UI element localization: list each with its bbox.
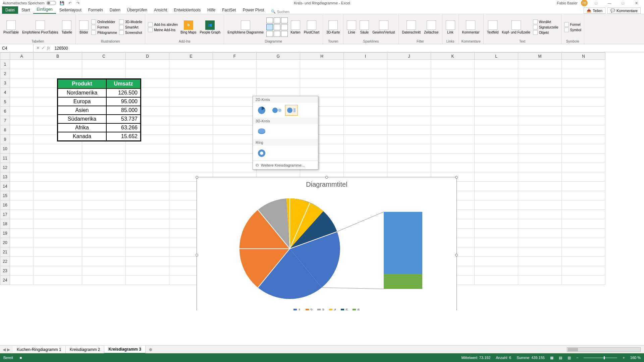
column-header[interactable]: H — [300, 52, 344, 60]
cell[interactable] — [34, 229, 82, 238]
cell[interactable] — [344, 88, 387, 97]
cell[interactable] — [213, 135, 257, 144]
spreadsheet-grid[interactable]: ABCDEFGHIJKLMN 1234567891011121314151617… — [0, 52, 644, 310]
table-cell[interactable]: 85.000 — [106, 106, 141, 115]
cell[interactable] — [169, 69, 213, 78]
row-header[interactable]: 19 — [0, 229, 10, 238]
chart-pie-icon[interactable] — [266, 24, 273, 30]
cell[interactable] — [562, 97, 605, 107]
cell[interactable] — [562, 219, 605, 229]
cell[interactable] — [518, 182, 562, 191]
cell[interactable] — [82, 257, 126, 266]
cell[interactable] — [518, 154, 562, 163]
chart-bar-icon[interactable] — [274, 24, 280, 30]
row-header[interactable]: 16 — [0, 200, 10, 210]
cell[interactable] — [10, 238, 34, 247]
pie-of-pie-option[interactable] — [270, 105, 283, 116]
cell[interactable] — [126, 163, 169, 172]
cell[interactable] — [10, 276, 34, 285]
cell[interactable] — [126, 238, 169, 247]
cell[interactable] — [82, 182, 126, 191]
table-cell[interactable]: Südamerika — [58, 115, 106, 123]
cell[interactable] — [562, 144, 605, 154]
search-box[interactable]: 🔍 Suchen — [271, 9, 289, 14]
cell[interactable] — [82, 191, 126, 200]
tab-formulas[interactable]: Formeln — [85, 6, 106, 14]
cell[interactable] — [300, 69, 344, 78]
cell[interactable] — [126, 247, 169, 257]
column-header[interactable]: G — [257, 52, 300, 60]
cell[interactable] — [10, 125, 34, 135]
smartart-button[interactable]: SmartArt — [119, 25, 142, 29]
cell[interactable] — [344, 154, 387, 163]
cell[interactable] — [300, 60, 344, 69]
cell[interactable] — [431, 125, 475, 135]
cell[interactable] — [518, 210, 562, 219]
cell[interactable] — [10, 229, 34, 238]
tab-data[interactable]: Daten — [106, 6, 124, 14]
cell[interactable] — [518, 88, 562, 97]
3d-models-button[interactable]: 3D-Modelle — [119, 19, 142, 24]
table-cell[interactable]: Kanada — [58, 132, 106, 141]
more-pie-charts-button[interactable]: ◴ Weitere Kreisdiagramme... — [253, 161, 318, 169]
cell[interactable] — [169, 125, 213, 135]
row-header[interactable]: 9 — [0, 135, 10, 144]
cell[interactable] — [431, 144, 475, 154]
cell[interactable] — [34, 266, 82, 276]
resize-handle[interactable] — [325, 176, 328, 179]
table-header-product[interactable]: Produkt — [58, 79, 106, 88]
cell[interactable] — [126, 200, 169, 210]
table-cell[interactable]: 126.500 — [106, 88, 141, 97]
cell[interactable] — [562, 78, 605, 88]
cell[interactable] — [431, 78, 475, 88]
table-cell[interactable]: 95.000 — [106, 97, 141, 106]
chart-title[interactable]: Diagrammtitel — [197, 177, 457, 192]
cell[interactable] — [169, 116, 213, 125]
cell[interactable] — [34, 238, 82, 247]
cell[interactable] — [518, 60, 562, 69]
pie-2d-option[interactable] — [256, 105, 268, 116]
cell[interactable] — [562, 257, 605, 266]
chart-map-icon[interactable] — [274, 31, 280, 37]
view-normal-icon[interactable]: ▦ — [550, 356, 553, 360]
cell[interactable] — [169, 144, 213, 154]
cell[interactable] — [169, 163, 213, 172]
cell[interactable] — [213, 125, 257, 135]
column-header[interactable]: F — [213, 52, 257, 60]
zoom-out-icon[interactable]: − — [576, 356, 578, 360]
tab-help[interactable]: Hilfe — [204, 6, 219, 14]
cell[interactable] — [213, 163, 257, 172]
cell[interactable] — [475, 78, 518, 88]
cell[interactable] — [475, 125, 518, 135]
row-header[interactable]: 6 — [0, 107, 10, 116]
cell[interactable] — [518, 78, 562, 88]
cell[interactable] — [213, 97, 257, 107]
column-header[interactable]: B — [34, 52, 82, 60]
cell[interactable] — [518, 276, 562, 285]
cell[interactable] — [82, 144, 126, 154]
cell[interactable] — [82, 200, 126, 210]
chart-combo-icon[interactable] — [281, 17, 288, 23]
column-header[interactable]: E — [169, 52, 213, 60]
cell[interactable] — [126, 182, 169, 191]
enter-formula-icon[interactable]: ✓ — [42, 46, 45, 51]
cell[interactable] — [10, 182, 34, 191]
cell[interactable] — [475, 219, 518, 229]
cell[interactable] — [518, 172, 562, 182]
tab-start[interactable]: Start — [18, 6, 33, 14]
cell[interactable] — [475, 97, 518, 107]
cell[interactable] — [475, 210, 518, 219]
fx-icon[interactable]: fx — [47, 46, 50, 51]
chart-more-icon[interactable] — [281, 31, 288, 37]
cell[interactable] — [518, 247, 562, 257]
cell[interactable] — [34, 276, 82, 285]
cell[interactable] — [431, 135, 475, 144]
zoom-in-icon[interactable]: + — [623, 356, 625, 360]
cell[interactable] — [34, 163, 82, 172]
row-header[interactable]: 13 — [0, 172, 10, 182]
cell[interactable] — [169, 97, 213, 107]
table-header-revenue[interactable]: Umsatz — [106, 79, 141, 88]
view-pagelayout-icon[interactable]: ▤ — [559, 356, 562, 360]
cell[interactable] — [126, 172, 169, 182]
cell[interactable] — [213, 116, 257, 125]
